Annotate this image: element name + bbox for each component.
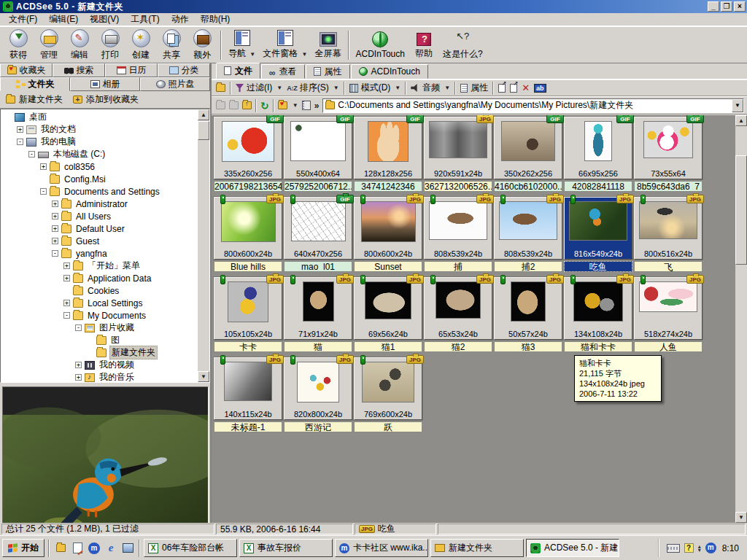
tree-item-local-disk-c[interactable]: -本地磁盘 (C:) — [1, 148, 209, 160]
scroll-up-icon[interactable]: ▲ — [198, 109, 209, 120]
thumbnail-kaka[interactable]: JPG 105x105x24b 卡卡 — [214, 277, 282, 352]
tab-calendar[interactable]: 日历 — [105, 63, 158, 77]
refresh-button[interactable]: ↻ — [260, 101, 269, 110]
quicklaunch-ie-icon[interactable]: e — [104, 541, 118, 556]
thumbnail-image[interactable] — [511, 281, 546, 322]
thumbnail-image[interactable] — [436, 281, 481, 319]
thumbnail-image[interactable] — [569, 201, 627, 241]
print-button[interactable]: 打印 — [95, 28, 125, 62]
favorites-button[interactable] — [278, 101, 287, 109]
close-button[interactable]: × — [734, 1, 746, 12]
start-button[interactable]: 开始 — [2, 539, 44, 557]
tree-item-default-user[interactable]: +Default User — [1, 222, 209, 235]
quicklaunch-maxthon-icon[interactable]: m — [87, 541, 101, 556]
tree-item-desktop[interactable]: 桌面 — [1, 111, 209, 123]
back-button[interactable] — [216, 101, 225, 109]
tree-item-pictures[interactable]: -图片收藏 — [1, 322, 209, 334]
tree-item-yangfna[interactable]: -yangfna — [1, 247, 209, 260]
chevron-down-icon[interactable]: ▼ — [249, 51, 255, 58]
mode-button[interactable]: 模式(D) ▼ — [349, 82, 401, 94]
menu-action[interactable]: 动作 — [166, 12, 195, 26]
thumbnail-2579252006712[interactable]: GIF 550x400x64 2579252006712... — [284, 117, 352, 192]
filter-button[interactable]: 过滤(I) ▼ — [236, 82, 282, 94]
updown-arrows-icon[interactable]: ▴▾ — [698, 545, 701, 552]
tab-view[interactable]: ∞ 查看 — [261, 64, 305, 79]
chevron-down-icon[interactable]: ▼ — [276, 85, 282, 91]
maxthon-tray-icon[interactable]: m — [705, 542, 716, 553]
rename-button[interactable]: ab — [534, 84, 546, 93]
restore-button[interactable]: ❐ — [721, 1, 732, 12]
tree-scrollbar[interactable]: ▲ ▼ — [198, 109, 209, 382]
tree-item-my-videos[interactable]: +我的视频 — [1, 359, 209, 371]
tree-item-cookies[interactable]: Cookies — [1, 284, 209, 297]
chevron-down-icon[interactable]: ▼ — [395, 85, 400, 91]
delete-button[interactable]: ✕ — [522, 82, 530, 93]
thumbnail-image[interactable] — [362, 362, 414, 402]
tab-properties[interactable]: 属性 — [306, 64, 350, 79]
tab-albums[interactable]: 相册 — [70, 77, 140, 91]
share-button[interactable]: 共享 — [156, 28, 187, 62]
tab-folders[interactable]: 文件夹 — [0, 77, 70, 91]
whats-this-button[interactable]: ↖? 这是什么? — [439, 28, 487, 62]
properties-button[interactable]: 属性 — [460, 82, 488, 94]
thumbnail-image[interactable] — [429, 201, 487, 240]
thumbnail-chiyu-selected[interactable]: JPG 816x549x24b 吃鱼 — [564, 197, 632, 272]
sort-button[interactable]: A↕Z 排序(S) ▼ — [287, 82, 338, 94]
thumbnail-untitled-1[interactable]: JPG 140x115x24b 未标题-1 — [214, 357, 282, 432]
thumbnail-image[interactable] — [429, 121, 487, 158]
thumbnail-image[interactable] — [290, 121, 346, 161]
task-new-folder[interactable]: 新建文件夹 — [430, 539, 524, 557]
address-path[interactable]: C:\Documents and Settings\yangfna\My Doc… — [338, 99, 729, 112]
menu-help[interactable]: 帮助(H) — [195, 12, 236, 26]
task-excel-1[interactable]: X 06年车险部台帐 — [144, 539, 237, 557]
manage-button[interactable]: 管理 — [34, 28, 64, 62]
thumbnail-yue[interactable]: JPG 769x600x24b 跃 — [354, 357, 422, 432]
tree-item-local-settings[interactable]: +Local Settings — [1, 297, 209, 309]
up-button[interactable] — [242, 101, 252, 109]
chevron-down-icon[interactable]: ▼ — [444, 85, 450, 91]
thumbnail-image[interactable] — [361, 201, 416, 242]
overflow-chevron-icon[interactable]: » — [314, 101, 320, 111]
thumbnail-scrollbar[interactable]: ▲ ▼ — [735, 115, 747, 523]
thumbnail-mao2[interactable]: JPG 65x53x24b 猫2 — [424, 277, 492, 352]
thumbnail-image[interactable] — [639, 281, 697, 312]
menu-tools[interactable]: 工具(T) — [125, 12, 165, 26]
copy-to-button[interactable] — [498, 84, 506, 93]
tree-item-all-users[interactable]: +All Users — [1, 210, 209, 222]
task-browser[interactable]: m 卡卡社区 www.ika... — [335, 539, 428, 557]
add-to-favorites-button[interactable]: + 添加到收藏夹 — [73, 93, 139, 106]
tree-item-new-folder[interactable]: 新建文件夹 — [1, 346, 209, 359]
tab-photodisc[interactable]: 照片盘 — [140, 77, 210, 91]
thumbnail-image[interactable] — [228, 281, 268, 322]
acquire-button[interactable]: 获得 — [3, 28, 34, 62]
scrollbar-thumb[interactable] — [198, 121, 209, 140]
thumbnail-mao_l01[interactable]: GIF 640x470x256 mao_l01 — [284, 197, 352, 272]
scroll-up-icon[interactable]: ▲ — [735, 115, 747, 126]
thumbnail-image[interactable] — [639, 201, 697, 239]
folder-up-button[interactable] — [216, 84, 225, 92]
scroll-down-icon[interactable]: ▼ — [735, 512, 747, 523]
audio-button[interactable]: 音频 ▼ — [411, 82, 450, 94]
task-excel-2[interactable]: X 事故车报价 — [239, 539, 333, 557]
thumbnail-renyu[interactable]: JPG 518x274x24b 人鱼 — [634, 277, 703, 352]
thumbnail-mao-he-kaka[interactable]: JPG 134x108x24b 猫和卡卡 — [564, 277, 632, 352]
extras-button[interactable]: 额外 — [187, 28, 217, 62]
file-pane-button[interactable]: 文件窗格 ▼ — [259, 28, 311, 62]
tab-acdintouch[interactable]: ACDInTouch — [351, 64, 428, 79]
thumbnail-bu2[interactable]: JPG 808x539x24b 捕2 — [494, 197, 562, 272]
thumbnail-image[interactable] — [224, 362, 272, 401]
fullscreen-button[interactable]: 全屏幕 — [311, 28, 345, 62]
filmstrip-icon[interactable] — [302, 101, 311, 110]
thumbnail-fei[interactable]: JPG 800x516x24b 飞 — [634, 197, 703, 272]
thumbnail-mao[interactable]: JPG 71x91x24b 猫 — [284, 277, 352, 352]
help-button[interactable]: 帮助 — [409, 28, 439, 62]
thumbnail-42082841118[interactable]: GIF 66x95x256 42082841118 — [564, 117, 632, 192]
menu-file[interactable]: 文件(F) — [3, 12, 43, 26]
tab-favorites[interactable]: 收藏夹 — [0, 63, 53, 77]
quicklaunch-show-desktop-icon[interactable] — [120, 541, 135, 556]
tree-item-documents-and-settings[interactable]: -Documents and Settings — [1, 185, 209, 198]
thumbnail-image[interactable] — [643, 121, 693, 158]
thumbnail-image[interactable] — [584, 121, 612, 161]
forward-button[interactable] — [229, 101, 239, 109]
thumbnail-blue-hills[interactable]: JPG 800x600x24b Blue hills — [214, 197, 282, 272]
